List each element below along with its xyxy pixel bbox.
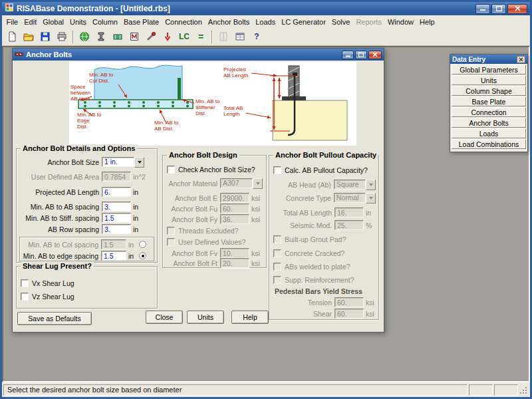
ab-head-label: AB Head (Ab) (272, 181, 334, 189)
status-panel-3 (494, 384, 518, 396)
dialog-titlebar[interactable]: Anchor Bolts (13, 49, 384, 61)
menu-units[interactable]: Units (67, 17, 90, 27)
min-ab-to-stiff-spacing-input[interactable]: 1.5 (102, 213, 131, 223)
toolbar-new-button[interactable] (4, 29, 20, 45)
data-entry-close-button[interactable] (517, 56, 525, 63)
calc-pullout-checkbox[interactable] (273, 166, 281, 174)
save-as-defaults-button[interactable]: Save as Defaults (17, 312, 92, 325)
abs-welded-checkbox (273, 263, 281, 271)
design-group-title: Anchor Bolt Design (167, 151, 239, 160)
data-entry-column-shape[interactable]: Column Shape (452, 86, 526, 96)
seismic-mod-row: Seismic Mod. 25. % (272, 219, 376, 231)
anchor-bolt-diagram: Min. AB toCol Dist. SpacebetweenAB rows … (69, 62, 356, 146)
toolbar-help-button[interactable]: ? (249, 29, 265, 45)
grout-pad-label: Built-up Grout Pad? (285, 235, 346, 243)
globe-icon (79, 31, 90, 42)
ab-row-spacing-row: AB Row spacing 3. in (19, 223, 154, 235)
app-icon (5, 3, 14, 15)
data-entry-anchor-bolts[interactable]: Anchor Bolts (452, 118, 526, 128)
min-ab-to-stiff-spacing-row: Min. AB to Stiff. spacing 1.5 in (19, 212, 154, 223)
data-entry-connection[interactable]: Connection (452, 107, 526, 117)
ab-row-spacing-label: AB Row spacing (19, 225, 102, 233)
help-button[interactable]: Help (231, 311, 269, 324)
toolbar-global-button[interactable] (76, 29, 92, 45)
seismic-mod-input: 25. (334, 220, 364, 230)
min-ab-to-ab-spacing-input[interactable]: 3. (102, 201, 131, 211)
menu-lc-generator[interactable]: LC Generator (279, 17, 329, 27)
total-ab-length-input: 16. (334, 207, 364, 217)
abs-welded-label: ABs welded to plate? (285, 263, 350, 271)
data-entry-global-parameters[interactable]: Global Parameters (452, 65, 526, 74)
status-bar: Select the desired anchor bolt size base… (2, 382, 530, 397)
toolbar-lc-generator-button[interactable]: LC (176, 29, 192, 45)
units-button[interactable]: Units (187, 311, 224, 324)
min-ab-to-edge-spacing-label: Min. AB to edge spacing (23, 252, 101, 260)
grout-pad-checkbox (273, 235, 281, 243)
anchor-bolt-ft-row: Anchor Bolt Ft 20. ksi (166, 257, 263, 269)
anchor-bolt-size-select[interactable]: 1 in. (102, 157, 144, 168)
vz-shear-lug-checkbox[interactable] (21, 293, 29, 301)
dialog-icon (15, 49, 23, 61)
data-entry-base-plate[interactable]: Base Plate (452, 96, 526, 106)
menu-global[interactable]: Global (40, 17, 67, 27)
threads-excluded-row: Threads Excluded? (166, 225, 263, 236)
details-group-title: Anchor Bolt Details and Options (21, 144, 137, 153)
close-button[interactable] (507, 4, 527, 14)
data-entry-units[interactable]: Units (452, 75, 526, 85)
menu-help[interactable]: Help (417, 17, 438, 27)
design-group: Anchor Bolt Design Check Anchor Bolt Siz… (162, 155, 267, 268)
dialog-maximize-button[interactable] (355, 51, 367, 59)
data-entry-load-combinations[interactable]: Load Combinations (452, 139, 526, 149)
column-icon (96, 31, 106, 42)
menu-anchor-bolts[interactable]: Anchor Bolts (205, 17, 252, 27)
minimize-button[interactable] (475, 4, 490, 14)
menu-base-plate[interactable]: Base Plate (120, 17, 162, 27)
pedestal-shear-row: Shear 60. ksi (272, 308, 376, 319)
toolbar-column-button[interactable] (93, 29, 109, 45)
min-ab-to-col-radio[interactable] (139, 241, 146, 248)
data-entry-titlebar[interactable]: Data Entry (450, 55, 527, 64)
status-message-panel: Select the desired anchor bolt size base… (3, 384, 467, 396)
data-entry-loads[interactable]: Loads (452, 128, 526, 138)
dialog-close-button[interactable] (368, 51, 382, 59)
pedestal-heading-row: Pedestal Bars Yield Stress (272, 285, 376, 297)
menu-loads[interactable]: Loads (253, 17, 279, 27)
lc-generator-icon: LC (179, 32, 190, 41)
menu-edit[interactable]: Edit (21, 17, 40, 27)
close-dialog-button[interactable]: Close (146, 311, 183, 324)
toolbar-anchor-bolts-button[interactable] (143, 29, 159, 45)
toolbar-connection-button[interactable] (126, 29, 142, 45)
svg-text:Min. AB toStiffenerDist.: Min. AB toStiffenerDist. (196, 98, 220, 116)
vx-shear-lug-checkbox[interactable] (21, 279, 29, 287)
status-text: Select the desired anchor bolt size base… (7, 386, 182, 394)
anchor-bolt-size-label: Anchor Bolt Size (19, 158, 102, 166)
toolbar-base-plate-button[interactable] (110, 29, 126, 45)
toolbar-open-button[interactable] (21, 29, 37, 45)
min-ab-to-edge-radio[interactable] (139, 252, 146, 259)
concrete-cracked-label: Concrete Cracked? (285, 249, 344, 257)
spreadsheet-icon (235, 31, 245, 42)
menu-column[interactable]: Column (90, 17, 121, 27)
toolbar-print-button[interactable] (54, 29, 70, 45)
maximize-button[interactable] (491, 4, 506, 14)
min-ab-to-edge-spacing-input[interactable]: 1.5 (101, 251, 126, 261)
toolbar-loads-button[interactable] (160, 29, 176, 45)
check-anchor-bolt-size-checkbox[interactable] (167, 166, 175, 174)
dialog-minimize-button[interactable] (342, 51, 354, 59)
menu-window[interactable]: Window (384, 17, 416, 27)
toolbar-spreadsheet-button[interactable] (232, 29, 248, 45)
toolbar-solve-button[interactable]: = (193, 29, 209, 45)
projected-ab-length-input[interactable]: 6. (102, 187, 131, 197)
menu-connection[interactable]: Connection (162, 17, 205, 27)
menu-file[interactable]: File (3, 17, 21, 27)
abs-welded-row: ABs welded to plate? (272, 261, 376, 272)
pedestal-bars-title: Pedestal Bars Yield Stress (272, 287, 362, 295)
dialog-title: Anchor Bolts (26, 51, 339, 59)
chevron-down-icon (134, 157, 144, 168)
ab-row-spacing-input[interactable]: 3. (102, 224, 131, 234)
menu-solve[interactable]: Solve (329, 17, 353, 27)
toolbar-save-button[interactable] (37, 29, 53, 45)
resize-grip[interactable] (519, 384, 529, 395)
projected-ab-length-label: Projected AB Length (19, 188, 102, 196)
shear-lug-group-title: Shear Lug Present? (21, 262, 94, 271)
